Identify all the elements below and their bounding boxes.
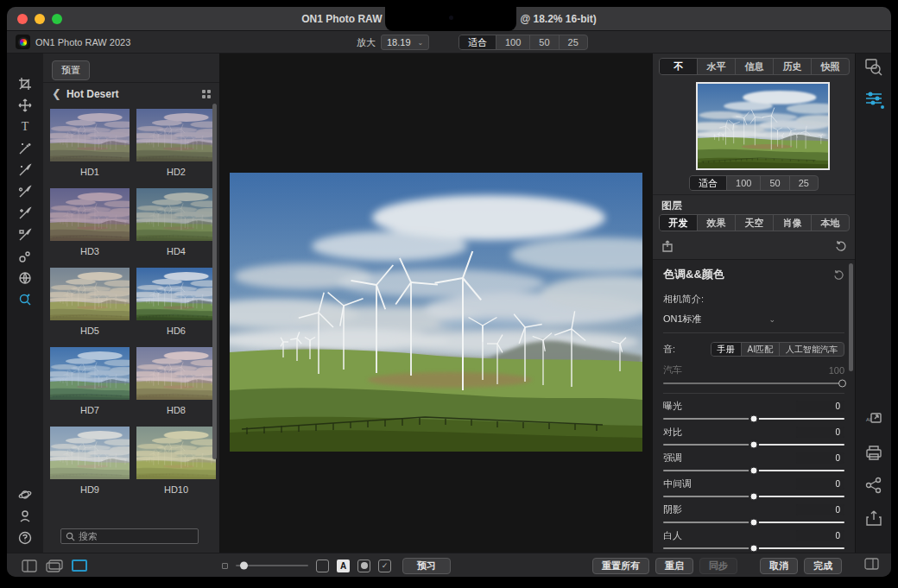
preset-thumbnail[interactable] — [50, 109, 130, 161]
nav-tab-不[interactable]: 不 — [660, 59, 698, 74]
ai-resize-icon[interactable]: AI — [865, 411, 882, 428]
mask-overlay-icon[interactable] — [357, 560, 370, 572]
preset-item-HD4[interactable]: HD4 — [136, 188, 216, 261]
search-input[interactable] — [79, 531, 182, 541]
slider-track[interactable] — [663, 444, 844, 446]
compare-box-icon[interactable] — [222, 563, 228, 569]
save-mask-icon[interactable] — [661, 240, 674, 252]
preset-thumbnail[interactable] — [136, 268, 216, 320]
slider-track[interactable] — [663, 470, 844, 471]
panel-scrollbar[interactable] — [849, 263, 853, 371]
done-button[interactable]: 完成 — [804, 558, 842, 574]
refine-brush-icon[interactable] — [17, 184, 33, 199]
canvas[interactable] — [220, 54, 652, 553]
slider-track[interactable] — [663, 418, 844, 420]
preset-item-HD3[interactable]: HD3 — [50, 188, 130, 261]
preset-thumbnail[interactable] — [136, 109, 216, 161]
portrait-person-icon[interactable] — [17, 509, 33, 524]
cancel-button[interactable]: 取消 — [760, 558, 798, 574]
filmstrip-view-icon[interactable] — [46, 560, 63, 572]
nav-tab-水平[interactable]: 水平 — [698, 59, 736, 74]
nav-zoom-25[interactable]: 25 — [790, 176, 818, 190]
fit-option-25[interactable]: 25 — [560, 35, 587, 49]
preview-button[interactable]: 预习 — [402, 558, 451, 574]
presets-button[interactable]: 预置 — [52, 60, 90, 80]
photo-wind-turbines[interactable] — [230, 173, 642, 452]
nav-zoom-100[interactable]: 100 — [727, 176, 761, 190]
browse-mode-icon[interactable] — [865, 59, 882, 76]
preset-thumbnail[interactable] — [136, 347, 216, 400]
nav-tab-快照[interactable]: 快照 — [812, 59, 849, 74]
preset-item-HD10[interactable]: HD10 — [136, 427, 216, 499]
slider-knob[interactable] — [750, 493, 758, 501]
preset-item-HD2[interactable]: HD2 — [136, 109, 216, 181]
tone-mode-手册[interactable]: 手册 — [711, 343, 742, 356]
slider-value[interactable]: 0 — [796, 452, 844, 464]
slider-track[interactable] — [663, 522, 844, 523]
grid-view-icon[interactable] — [202, 90, 211, 98]
tone-mode-AI匹配[interactable]: AI匹配 — [742, 343, 780, 356]
slider-value[interactable]: 0 — [796, 401, 844, 412]
preset-item-HD7[interactable]: HD7 — [50, 347, 130, 420]
back-chevron-icon[interactable]: ❮ — [52, 87, 61, 100]
presets-scrollbar[interactable] — [212, 104, 217, 459]
module-tab-天空[interactable]: 天空 — [736, 215, 774, 231]
preset-item-HD6[interactable]: HD6 — [136, 268, 216, 340]
preset-thumbnail[interactable] — [50, 188, 130, 241]
clone-stamp-icon[interactable] — [17, 249, 33, 264]
sync-button[interactable]: 同步 — [699, 558, 737, 574]
sky-swap-icon[interactable] — [17, 270, 33, 286]
module-tab-本地[interactable]: 本地 — [812, 215, 849, 231]
auto-slider[interactable] — [663, 383, 844, 384]
erase-brush-icon[interactable] — [17, 227, 33, 243]
split-view-icon[interactable] — [22, 560, 37, 572]
share-icon[interactable] — [865, 477, 882, 494]
print-icon[interactable] — [865, 444, 882, 461]
slider-knob[interactable] — [750, 415, 758, 423]
reset-pane-icon[interactable] — [835, 240, 847, 252]
ai-wand-icon[interactable] — [17, 141, 33, 156]
canvas-view-icon[interactable] — [72, 560, 87, 572]
module-tab-肖像[interactable]: 肖像 — [774, 215, 812, 231]
preset-item-HD1[interactable]: HD1 — [50, 109, 130, 181]
text-icon[interactable]: T — [17, 119, 33, 135]
nav-tab-历史[interactable]: 历史 — [774, 59, 812, 74]
preset-thumbnail[interactable] — [50, 427, 130, 479]
reset-all-button[interactable]: 重置所有 — [592, 558, 649, 574]
edit-mode-icon[interactable] — [865, 90, 882, 107]
slider-knob[interactable] — [750, 545, 758, 553]
camera-profile-select[interactable]: ON1标准 ⌄ — [663, 313, 775, 326]
section-reset-icon[interactable] — [833, 269, 844, 281]
preset-thumbnail[interactable] — [136, 427, 216, 479]
mask-view-square-icon[interactable] — [316, 560, 329, 572]
perfect-brush-icon[interactable] — [17, 205, 33, 221]
tone-mode-人工智能汽车[interactable]: 人工智能汽车 — [780, 343, 844, 356]
slider-track[interactable] — [663, 547, 844, 549]
opacity-slider[interactable] — [236, 565, 308, 566]
soft-proof-icon[interactable]: A — [337, 560, 350, 572]
fit-option-50[interactable]: 50 — [530, 35, 559, 49]
nav-tab-信息[interactable]: 信息 — [736, 59, 774, 74]
slider-knob[interactable] — [750, 467, 758, 475]
preset-thumbnail[interactable] — [50, 268, 130, 320]
navigator-preview[interactable] — [696, 82, 830, 170]
slider-knob[interactable] — [750, 441, 758, 449]
reset-button[interactable]: 重启 — [655, 558, 693, 574]
sphere-3d-icon[interactable] — [17, 487, 33, 503]
view-zoom-icon[interactable] — [17, 292, 33, 307]
preset-item-HD5[interactable]: HD5 — [50, 268, 130, 340]
module-tab-开发[interactable]: 开发 — [660, 215, 698, 231]
fit-option-100[interactable]: 100 — [496, 35, 530, 49]
preset-item-HD8[interactable]: HD8 — [136, 347, 216, 420]
preset-thumbnail[interactable] — [50, 347, 130, 400]
slider-value[interactable]: 0 — [796, 478, 844, 490]
export-icon[interactable] — [865, 509, 882, 527]
preset-thumbnail[interactable] — [136, 188, 216, 241]
fit-option-适合[interactable]: 适合 — [459, 35, 496, 49]
help-icon[interactable] — [17, 530, 33, 546]
move-icon[interactable] — [17, 98, 33, 113]
masking-brush-icon[interactable] — [17, 162, 33, 178]
zoom-select[interactable]: 18.19 ⌄ — [381, 35, 429, 50]
slider-knob[interactable] — [750, 519, 758, 527]
checkmark-icon[interactable]: ✓ — [378, 560, 391, 572]
